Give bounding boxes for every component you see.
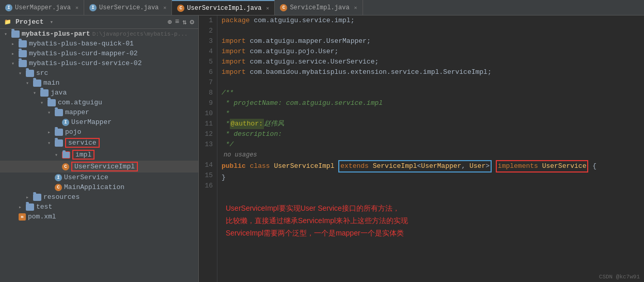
arrow-resources [26, 194, 33, 200]
arrow-java [33, 90, 40, 96]
code-line-3: import com.atguigu.mapper.UserMapper; [222, 36, 644, 46]
tab-usermapper[interactable]: I UserMapper.java ✕ [0, 0, 84, 15]
kw-extends: extends [340, 162, 369, 170]
sidebar-header: 📁 Project ▾ ⊕ ≡ ⇅ ⚙ [0, 15, 198, 29]
comment-9: * projectName: com.atguigu.service.impl [222, 98, 383, 108]
arrow-service [48, 140, 55, 146]
ln-1: 1 [203, 15, 213, 26]
tree-mapper-folder[interactable]: mapper [0, 107, 198, 117]
code-line-14: public class UserServiceImpl extends Ser… [222, 160, 644, 173]
pkg-6: com.baomidou.mybatisplus.extension.servi… [250, 67, 488, 77]
tree-java[interactable]: java [0, 88, 198, 98]
ln-no-usages: . [203, 150, 213, 160]
tree-usermapper-file[interactable]: I UserMapper [0, 117, 198, 127]
ln-9: 9 [203, 98, 213, 108]
kw-import-5: import [222, 57, 246, 67]
label-userserviceimpl: UserServiceImpl [71, 162, 138, 171]
code-line-5: import com.atguigu.service.UserService; [222, 57, 644, 67]
tree-pojo-folder[interactable]: pojo [0, 127, 198, 137]
sidebar-title: Project [15, 18, 44, 26]
author-highlight: @author: [230, 119, 264, 129]
tab-close-serviceimpl[interactable]: ✕ [354, 5, 357, 11]
label-com-atguigu: com.atguigu [58, 99, 102, 106]
folder-icon-curd-service [19, 60, 27, 67]
annotation-line-1: UserServiceImpl要实现User Service接口的所有方法， [226, 202, 640, 215]
tree-impl-folder[interactable]: impl [0, 149, 198, 161]
annotation-line-2: 比较懒，直接通过继承ServiceImpl来补上这些方法的实现 [226, 215, 640, 227]
tree-curd-service[interactable]: mybatis-plus-curd-service-02 [0, 58, 198, 68]
code-content[interactable]: package com.atguigu.service.impl; import… [217, 15, 644, 282]
arrow-main [26, 80, 33, 86]
tab-serviceimpl[interactable]: C ServiceImpl.java ✕ [275, 0, 363, 15]
tab-bar: I UserMapper.java ✕ I UserService.java ✕… [0, 0, 644, 15]
code-line-10: * [222, 108, 644, 119]
tree-curd-mapper[interactable]: mybatis-plus-curd-mapper-02 [0, 49, 198, 58]
tree-service-folder[interactable]: service [0, 137, 198, 149]
tree-mainapplication-file[interactable]: C MainApplication [0, 182, 198, 192]
folder-icon-curd-mapper [19, 50, 27, 57]
label-resources: resources [43, 193, 80, 201]
file-icon-pom: m [19, 213, 26, 221]
tab-close-usermapper[interactable]: ✕ [75, 5, 78, 11]
folder-icon-pojo [55, 129, 63, 136]
code-line-13: */ [222, 139, 644, 150]
label-base-quick: mybatis-plus-base-quick-01 [29, 40, 134, 48]
folder-icon-resources [33, 194, 41, 201]
tree-test-folder[interactable]: test [0, 202, 198, 212]
tree-main[interactable]: main [0, 78, 198, 88]
kw-import-6: import [222, 67, 246, 77]
folder-icon-main [33, 80, 41, 87]
pkg-1: com.atguigu.service.impl [254, 15, 350, 26]
settings-icon[interactable]: ⚙ [190, 18, 194, 26]
tab-userserviceimpl[interactable]: C UserServiceImpl.java ✕ [172, 0, 275, 15]
locate-icon[interactable]: ⊕ [167, 18, 171, 26]
ln-7: 7 [203, 77, 213, 88]
code-line-12: * description: [222, 129, 644, 139]
watermark: CSDN @kc7w91 [599, 274, 640, 280]
sidebar: 📁 Project ▾ ⊕ ≡ ⇅ ⚙ mybatis-plus-part D:… [0, 15, 199, 282]
ln-12: 12 [203, 129, 213, 139]
tree-base-quick[interactable]: mybatis-plus-base-quick-01 [0, 39, 198, 49]
dropdown-arrow[interactable]: ▾ [50, 19, 54, 25]
ln-16: 16 [203, 181, 213, 191]
label-mainapplication: MainApplication [64, 183, 124, 191]
tree-root[interactable]: mybatis-plus-part D:\javaprojects\mybati… [0, 29, 198, 39]
folder-icon-com-atguigu [48, 99, 56, 106]
ln-11: 11 [203, 119, 213, 129]
tree-resources-folder[interactable]: resources [0, 192, 198, 202]
line-numbers: 1 2 3 4 5 6 7 8 9 10 11 12 13 . 14 15 16 [199, 15, 217, 282]
arrow-mapper-folder [48, 109, 55, 116]
folder-icon-java [40, 89, 49, 97]
annotation-line-3: ServiceImpl需要两个泛型，一个是mapper一个是实体类 [226, 227, 640, 240]
folder-icon-impl [62, 151, 70, 159]
kw-public: public [222, 161, 246, 171]
root-label: mybatis-plus-part [22, 30, 90, 38]
expand-icon[interactable]: ⇅ [182, 18, 186, 26]
tab-userservice[interactable]: I UserService.java ✕ [84, 0, 172, 15]
tab-close-userservice[interactable]: ✕ [163, 5, 166, 11]
label-test: test [36, 203, 52, 211]
collapse-icon[interactable]: ≡ [175, 18, 179, 26]
label-main: main [43, 79, 59, 87]
label-curd-service: mybatis-plus-curd-service-02 [29, 59, 142, 67]
ln-6: 6 [203, 67, 213, 77]
ln-15: 15 [203, 170, 213, 181]
tab-icon-userserviceimpl: C [177, 5, 184, 12]
kw-package: package [222, 15, 250, 26]
code-line-1: package com.atguigu.service.impl; [222, 15, 644, 26]
comment-13: */ [222, 139, 233, 150]
arrow-base-quick [11, 41, 19, 47]
code-line-2 [222, 26, 644, 36]
tree-userservice-file[interactable]: I UserService [0, 173, 198, 182]
ln-10: 10 [203, 108, 213, 119]
comment-10: * [222, 108, 230, 119]
label-service-folder: service [65, 138, 100, 148]
tree-src[interactable]: src [0, 68, 198, 78]
tab-close-userserviceimpl[interactable]: ✕ [266, 5, 269, 11]
tree-userserviceimpl-file[interactable]: C UserServiceImpl [0, 161, 198, 173]
label-java: java [51, 89, 67, 97]
ln-8: 8 [203, 88, 213, 98]
comment-11: * [222, 119, 230, 129]
tree-com-atguigu[interactable]: com.atguigu [0, 98, 198, 107]
tree-pom-file[interactable]: m pom.xml [0, 212, 198, 222]
